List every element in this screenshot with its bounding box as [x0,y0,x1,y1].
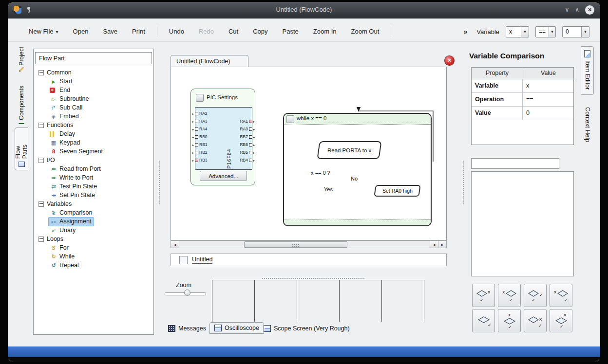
dock-tab-context-help[interactable]: Context Help [581,104,594,150]
comparison-variant-6-button[interactable]: x✓ [498,309,521,332]
tree-item-keypad[interactable]: Keypad [34,138,153,147]
undo-button[interactable]: Undo [162,25,191,37]
chevron-down-icon[interactable] [581,27,589,37]
item-editor-input[interactable] [471,158,559,169]
sidebar-tab-project[interactable]: Project [15,44,28,81]
zoom-in-button[interactable]: Zoom In [306,25,344,37]
print-button[interactable]: Print [125,25,152,37]
pic-settings-panel[interactable]: PIC Settings P16F84 RA2 RA3RA1 RA4RA0 RB… [190,89,255,185]
tree-item-for[interactable]: For [34,243,153,252]
decision-label[interactable]: x == 0 ? [304,170,338,176]
document-checkbox[interactable] [179,256,188,264]
pin-state-box[interactable] [195,127,198,131]
scrollbar-thumb[interactable] [244,241,347,248]
pin-state-box[interactable] [195,143,198,146]
tree-item-unary[interactable]: Unary [34,226,153,235]
tree-item-write-to-port[interactable]: Write to Port [34,173,153,182]
while-loop-header[interactable]: while x == 0 [284,114,431,125]
document-name[interactable]: Untitled [192,256,212,264]
pin-state-box[interactable] [195,112,198,115]
tree-item-while[interactable]: While [34,252,153,261]
close-window-button[interactable] [585,5,594,15]
tree-branch-common[interactable]: Common [34,68,153,77]
pin-state-box[interactable] [249,159,252,162]
document-name-strip[interactable]: Untitled [171,254,447,266]
pin-state-box[interactable] [195,120,198,123]
titlebar[interactable]: Untitled (FlowCode) [8,2,600,18]
canvas-horizontal-scrollbar[interactable] [171,240,447,248]
collapse-icon[interactable] [38,237,44,242]
scroll-left-button[interactable] [171,241,179,248]
value-cell[interactable]: x [523,79,573,92]
value-cell[interactable]: == [523,93,573,106]
tree-branch-io[interactable]: I/O [34,156,153,164]
tree-item-repeat[interactable]: Repeat [34,261,153,270]
comparison-variant-5-button[interactable]: ✓ [472,309,495,332]
shade-window-button[interactable] [565,5,569,15]
value-combo[interactable]: 0 [562,26,589,37]
tree-item-end[interactable]: End [34,86,153,94]
scroll-right-button[interactable] [438,241,446,248]
maximize-window-button[interactable] [575,5,579,15]
tab-oscilloscope[interactable]: Oscilloscope [209,322,264,334]
tree-item-set-pin-state[interactable]: Set Pin State [34,191,153,200]
collapse-icon[interactable] [38,70,44,75]
tab-scope-screen[interactable]: Scope Screen (Very Rough) [264,325,350,332]
zoom-out-button[interactable]: Zoom Out [343,25,386,37]
tree-item-delay[interactable]: Delay [34,129,153,138]
collapse-icon[interactable] [38,123,44,128]
variable-combo[interactable]: x [506,26,529,37]
cut-button[interactable]: Cut [221,25,246,37]
paste-button[interactable]: Paste [275,25,306,37]
open-button[interactable]: Open [66,25,96,37]
pin-state-box[interactable] [249,120,252,123]
comparison-variant-1-button[interactable]: x✓ [472,284,495,307]
set-ra0-block[interactable]: Set RA0 high [374,185,420,197]
comparison-variant-7-button[interactable]: x✓ [524,309,547,332]
chevron-down-icon[interactable] [521,27,529,37]
block-handle-icon[interactable] [286,115,294,123]
tree-item-sub-call[interactable]: Sub Call [34,103,153,112]
new-file-button[interactable]: New File [21,25,66,37]
tree-branch-variables[interactable]: Variables [34,200,153,208]
left-splitter[interactable] [159,161,160,204]
collapse-icon[interactable] [38,201,44,207]
tree-branch-loops[interactable]: Loops [34,235,153,243]
tree-branch-functions[interactable]: Functions [34,121,153,129]
chevron-down-icon[interactable] [549,27,555,37]
comparison-variant-3-button[interactable]: ✓✓ [524,284,547,307]
pin-state-box[interactable] [249,135,252,139]
tree-item-assignment[interactable]: Assignment [34,217,153,226]
value-cell[interactable]: 0 [523,107,573,120]
tree-item-read-from-port[interactable]: Read from Port [34,164,153,173]
pin-state-box[interactable] [195,135,198,139]
operation-combo[interactable]: == [535,26,556,37]
component-handle-icon[interactable] [196,94,204,102]
tab-messages[interactable]: Messages [168,325,206,332]
save-button[interactable]: Save [95,25,125,37]
pin-state-box[interactable] [249,143,252,146]
tree-item-test-pin-state[interactable]: Test Pin State [34,182,153,191]
read-porta-block[interactable]: Read PORTA to x [317,141,381,159]
right-splitter[interactable] [463,161,464,204]
tree-item-comparison[interactable]: Comparison [34,208,153,217]
tree-item-subroutine[interactable]: Subroutine [34,94,153,103]
comparison-variant-4-button[interactable]: x✓ [550,284,572,307]
document-tab[interactable]: Untitled (FlowCode) [171,55,248,67]
pin-state-box[interactable] [249,151,252,154]
tree-item-start[interactable]: Start [34,77,153,86]
pin-state-box[interactable] [195,151,198,154]
bottom-splitter[interactable] [262,278,364,279]
toolbar-overflow-button[interactable]: » [460,27,470,36]
sidebar-tab-flow-parts[interactable]: Flow Parts [15,127,28,170]
zoom-slider-thumb[interactable] [184,290,190,296]
copy-button[interactable]: Copy [246,25,275,37]
pin-state-box[interactable] [195,159,198,162]
tree-item-seven-segment[interactable]: Seven Segment [34,147,153,156]
comparison-variant-2-button[interactable]: x✓ [498,284,521,307]
pin-state-box[interactable] [249,127,252,131]
advanced-button[interactable]: Advanced... [200,171,247,181]
sidebar-tab-components[interactable]: Components [15,83,28,126]
scroll-left-button[interactable] [430,241,438,248]
tree-item-embed[interactable]: Embed [34,112,153,121]
